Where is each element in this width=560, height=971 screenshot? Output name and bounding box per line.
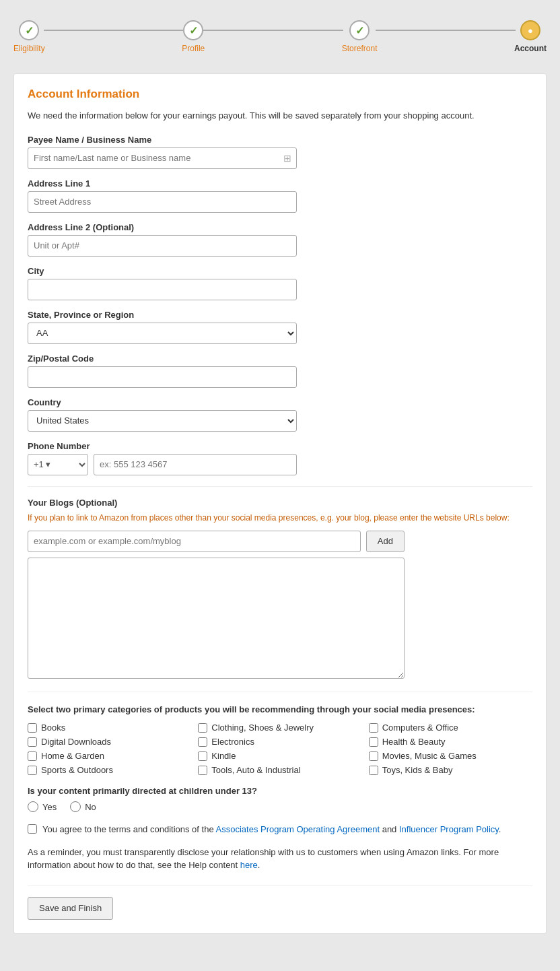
- payee-group: Payee Name / Business Name ⊞: [28, 135, 532, 169]
- step-connector-1: [44, 30, 184, 31]
- disclosure-main-text: As a reminder, you must transparently di…: [28, 847, 499, 871]
- phone-row: +1 ▾ +44 +61: [28, 454, 297, 475]
- blogs-group: Your Blogs (Optional) If you plan to lin…: [28, 498, 532, 681]
- step-storefront: ✓ Storefront: [342, 20, 378, 53]
- radio-no-label: No: [85, 802, 96, 812]
- blog-list-textarea[interactable]: [28, 558, 405, 679]
- step-circle-storefront: ✓: [349, 20, 370, 40]
- city-group: City: [28, 266, 532, 300]
- address1-group: Address Line 1: [28, 178, 532, 213]
- save-and-finish-button[interactable]: Save and Finish: [28, 897, 113, 920]
- category-home-garden-checkbox[interactable]: [28, 751, 37, 761]
- category-home-garden-label: Home & Garden: [41, 751, 104, 761]
- step-connector-3: [376, 30, 516, 31]
- category-kindle-checkbox[interactable]: [198, 751, 207, 761]
- zip-label: Zip/Postal Code: [28, 354, 532, 364]
- category-electronics-label: Electronics: [211, 737, 254, 747]
- category-books-checkbox[interactable]: [28, 723, 37, 733]
- disclosure-end-text: .: [258, 860, 260, 870]
- step-label-storefront: Storefront: [342, 44, 378, 53]
- contact-icon: ⊞: [283, 153, 291, 164]
- disclosure-text: As a reminder, you must transparently di…: [28, 846, 532, 872]
- category-toys-checkbox[interactable]: [369, 766, 378, 775]
- country-select[interactable]: United States Canada United Kingdom Aust…: [28, 410, 297, 432]
- category-movies-checkbox[interactable]: [369, 751, 378, 761]
- zip-input[interactable]: [28, 366, 297, 388]
- phone-label: Phone Number: [28, 441, 532, 451]
- category-kindle-label: Kindle: [211, 751, 236, 761]
- terms-text-after: .: [499, 824, 501, 834]
- category-computers-office-label: Computers & Office: [382, 723, 458, 733]
- category-health-beauty: Health & Beauty: [369, 737, 532, 747]
- category-electronics: Electronics: [198, 737, 361, 747]
- step-account: ● Account: [514, 20, 547, 53]
- categories-col-2: Clothing, Shoes & Jewelry Electronics Ki…: [198, 723, 361, 775]
- categories-title: Select two primary categories of product…: [28, 703, 532, 716]
- payee-input-wrapper: ⊞: [28, 147, 297, 169]
- step-label-profile: Profile: [182, 44, 205, 53]
- card-title: Account Information: [28, 88, 532, 101]
- category-toys: Toys, Kids & Baby: [369, 765, 532, 775]
- associates-agreement-link[interactable]: Associates Program Operating Agreement: [216, 824, 380, 834]
- account-information-card: Account Information We need the informat…: [13, 73, 547, 934]
- add-blog-button[interactable]: Add: [366, 531, 405, 552]
- children-group: Is your content primarily directed at ch…: [28, 786, 532, 812]
- category-clothing-checkbox[interactable]: [198, 723, 207, 733]
- terms-text-before: You agree to the terms and conditions of…: [42, 824, 216, 834]
- address1-label: Address Line 1: [28, 178, 532, 189]
- category-kindle: Kindle: [198, 751, 361, 761]
- blog-url-input[interactable]: [28, 531, 361, 552]
- address2-label: Address Line 2 (Optional): [28, 222, 532, 232]
- radio-yes: Yes: [28, 801, 57, 812]
- terms-row: You agree to the terms and conditions of…: [28, 823, 532, 836]
- step-circle-eligibility: ✓: [19, 20, 39, 40]
- categories-group: Select two primary categories of product…: [28, 703, 532, 776]
- category-tools-checkbox[interactable]: [198, 766, 207, 775]
- help-here-link[interactable]: here: [240, 860, 258, 870]
- categories-col-3: Computers & Office Health & Beauty Movie…: [369, 723, 532, 775]
- address1-input[interactable]: [28, 191, 297, 213]
- category-sports-outdoors-checkbox[interactable]: [28, 766, 37, 775]
- step-circle-account: ●: [520, 20, 540, 40]
- category-digital-downloads: Digital Downloads: [28, 737, 191, 747]
- progress-steps: ✓ Eligibility ✓ Profile ✓ Storefront ● A…: [13, 13, 547, 60]
- category-computers-office-checkbox[interactable]: [369, 723, 378, 733]
- children-radio-row: Yes No: [28, 801, 532, 812]
- payee-input[interactable]: [28, 147, 297, 169]
- categories-grid: Books Digital Downloads Home & Garden Sp…: [28, 723, 532, 775]
- step-label-account: Account: [514, 44, 547, 53]
- radio-no-input[interactable]: [70, 801, 81, 812]
- category-clothing-label: Clothing, Shoes & Jewelry: [211, 723, 314, 733]
- category-health-beauty-checkbox[interactable]: [369, 737, 378, 747]
- divider-2: [28, 692, 532, 692]
- category-tools-label: Tools, Auto & Industrial: [211, 765, 300, 775]
- terms-text-between: and: [380, 824, 399, 834]
- category-electronics-checkbox[interactable]: [198, 737, 207, 747]
- address2-group: Address Line 2 (Optional): [28, 222, 532, 257]
- category-tools: Tools, Auto & Industrial: [198, 765, 361, 775]
- divider-1: [28, 486, 532, 487]
- divider-3: [28, 885, 532, 886]
- influencer-policy-link[interactable]: Influencer Program Policy: [399, 824, 499, 834]
- state-label: State, Province or Region: [28, 310, 532, 320]
- category-health-beauty-label: Health & Beauty: [382, 737, 446, 747]
- terms-checkbox[interactable]: [28, 824, 37, 834]
- step-eligibility: ✓ Eligibility: [13, 20, 45, 53]
- step-circle-profile: ✓: [183, 20, 203, 40]
- radio-yes-input[interactable]: [28, 801, 38, 812]
- category-digital-downloads-label: Digital Downloads: [41, 737, 111, 747]
- terms-label: You agree to the terms and conditions of…: [42, 823, 501, 836]
- phone-country-select[interactable]: +1 ▾ +44 +61: [28, 454, 88, 475]
- step-label-eligibility: Eligibility: [13, 44, 45, 53]
- step-connector-2: [203, 30, 343, 31]
- state-select[interactable]: AA AE AP AL AK AZ CA CO NY TX: [28, 323, 297, 344]
- radio-no: No: [70, 801, 96, 812]
- city-input[interactable]: [28, 279, 297, 300]
- category-digital-downloads-checkbox[interactable]: [28, 737, 37, 747]
- category-toys-label: Toys, Kids & Baby: [382, 765, 453, 775]
- city-label: City: [28, 266, 532, 276]
- phone-number-input[interactable]: [94, 454, 297, 475]
- country-label: Country: [28, 397, 532, 407]
- address2-input[interactable]: [28, 235, 297, 257]
- category-books-label: Books: [41, 723, 65, 733]
